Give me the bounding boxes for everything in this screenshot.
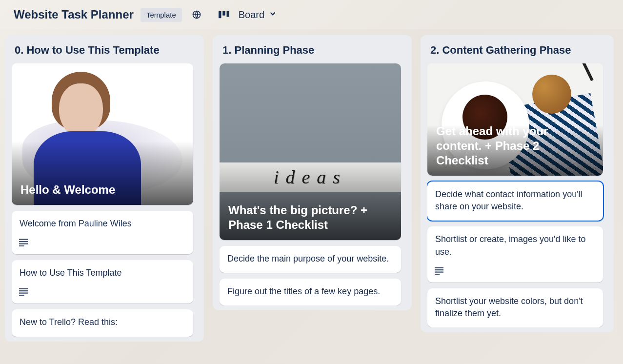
card-text: Shortlist or create, images you'd like t… <box>427 226 603 265</box>
svg-rect-10 <box>19 293 28 294</box>
card-text: Decide the main purpose of your website. <box>220 246 401 273</box>
cover-card[interactable]: Get ahead with your content. + Phase 2 C… <box>427 63 603 176</box>
list-how-to-use: 0. How to Use This Template Hello & Welc… <box>5 35 204 342</box>
board-canvas[interactable]: 0. How to Use This Template Hello & Welc… <box>0 29 623 364</box>
svg-rect-13 <box>435 269 443 270</box>
card[interactable]: Figure out the titles of a few key pages… <box>220 279 401 305</box>
cover-card[interactable]: ideas What's the big picture? + Phase 1 … <box>220 63 401 240</box>
description-icon <box>434 266 444 276</box>
description-icon <box>19 287 28 297</box>
cover-title: What's the big picture? + Phase 1 Checkl… <box>228 203 392 232</box>
board-title[interactable]: Website Task Planner <box>14 8 134 21</box>
cover-title: Get ahead with your content. + Phase 2 C… <box>436 124 594 168</box>
list-content-gathering: 2. Content Gathering Phase Get ahead wit… <box>421 35 614 332</box>
board-header: Website Task Planner Template Board <box>0 0 623 29</box>
svg-rect-5 <box>19 241 28 242</box>
card-text: Decide what contact information you'll s… <box>427 182 603 221</box>
card[interactable]: How to Use This Template <box>12 260 193 303</box>
card-text: Figure out the titles of a few key pages… <box>220 279 401 305</box>
svg-rect-15 <box>435 274 440 275</box>
list-planning-phase: 1. Planning Phase ideas What's the big p… <box>213 35 412 310</box>
view-switcher[interactable]: Board <box>239 9 277 20</box>
card-cover: ideas What's the big picture? + Phase 1 … <box>220 63 401 240</box>
svg-rect-11 <box>19 295 24 296</box>
card[interactable]: Shortlist or create, images you'd like t… <box>427 226 603 282</box>
card-text: How to Use This Template <box>12 260 193 287</box>
svg-rect-14 <box>435 271 443 272</box>
globe-icon[interactable] <box>189 7 204 22</box>
card[interactable]: Shortlist your website colors, but don't… <box>427 288 603 327</box>
svg-rect-1 <box>219 11 221 19</box>
svg-rect-2 <box>222 11 225 16</box>
template-badge[interactable]: Template <box>141 8 182 22</box>
svg-rect-3 <box>226 11 229 17</box>
svg-rect-4 <box>19 239 28 240</box>
list-cards: ideas What's the big picture? + Phase 1 … <box>220 63 406 305</box>
card-cover: Hello & Welcome <box>12 63 193 205</box>
card-cover: Get ahead with your content. + Phase 2 C… <box>427 63 603 176</box>
list-cards: Hello & Welcome Welcome from Pauline Wil… <box>12 63 198 337</box>
svg-rect-6 <box>19 243 28 244</box>
list-cards: Get ahead with your content. + Phase 2 C… <box>427 63 608 327</box>
cover-title: Hello & Welcome <box>20 182 115 197</box>
list-title[interactable]: 0. How to Use This Template <box>12 42 198 63</box>
card-text: Welcome from Pauline Wiles <box>12 211 193 238</box>
card[interactable]: Decide the main purpose of your website. <box>220 246 401 273</box>
svg-rect-12 <box>435 267 443 268</box>
description-icon <box>19 238 28 247</box>
card-text: Shortlist your website colors, but don't… <box>427 288 603 327</box>
card[interactable]: Decide what contact information you'll s… <box>427 182 603 221</box>
board-view-icon[interactable] <box>216 7 232 22</box>
card[interactable]: Welcome from Pauline Wiles <box>12 211 193 254</box>
list-title[interactable]: 2. Content Gathering Phase <box>427 42 608 63</box>
svg-rect-7 <box>19 245 24 246</box>
cover-card[interactable]: Hello & Welcome <box>12 63 193 205</box>
svg-rect-9 <box>19 290 28 291</box>
svg-rect-8 <box>19 288 28 289</box>
view-label: Board <box>239 9 264 20</box>
list-title[interactable]: 1. Planning Phase <box>220 42 406 63</box>
chevron-down-icon <box>268 9 277 20</box>
card-text: New to Trello? Read this: <box>12 309 193 336</box>
card[interactable]: New to Trello? Read this: <box>12 309 193 336</box>
